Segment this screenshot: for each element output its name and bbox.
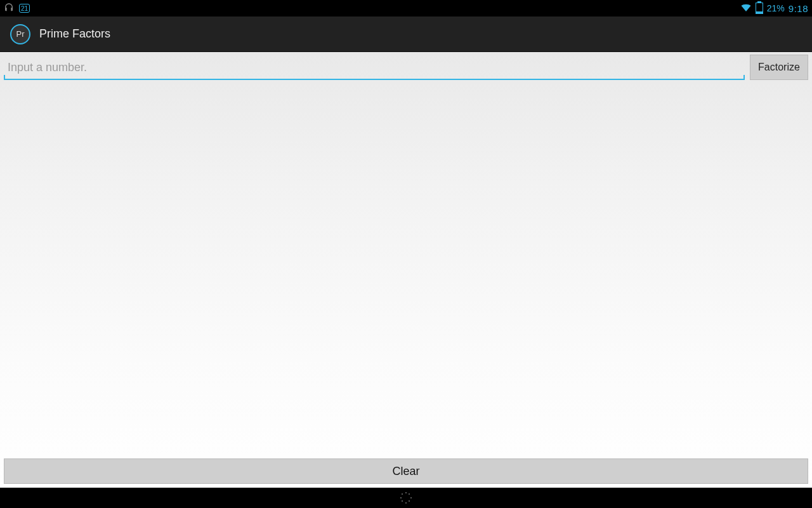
clear-button[interactable]: Clear [4, 458, 808, 484]
navigation-bar [0, 488, 812, 508]
status-bar-left: 21 [4, 3, 30, 15]
loading-spinner-icon [400, 492, 412, 504]
action-bar: Pr Prime Factors [0, 17, 812, 52]
factorize-button[interactable]: Factorize [750, 55, 808, 80]
app-title: Prime Factors [39, 27, 110, 41]
app-icon: Pr [10, 24, 30, 44]
status-bar: 21 21% 9:18 [0, 0, 812, 17]
headphones-icon [4, 3, 14, 15]
battery-icon [756, 3, 763, 14]
number-input-wrap [4, 55, 745, 80]
wifi-icon [740, 2, 752, 15]
battery-percentage: 21% [767, 3, 785, 13]
notification-badge: 21 [19, 4, 30, 13]
results-area [0, 80, 812, 458]
input-row: Factorize [0, 52, 812, 80]
input-underline [4, 79, 745, 80]
status-bar-right: 21% 9:18 [740, 2, 808, 15]
clock: 9:18 [789, 3, 808, 14]
content-area: Factorize Clear [0, 52, 812, 488]
number-input[interactable] [4, 55, 745, 80]
